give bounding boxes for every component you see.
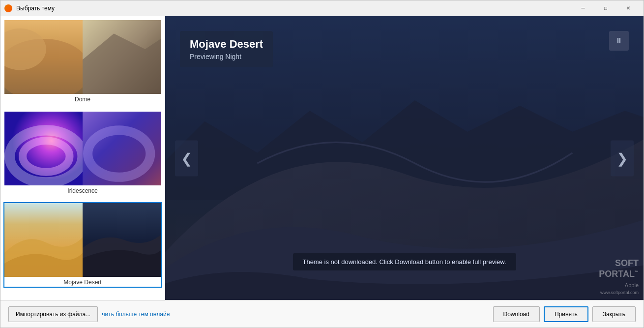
watermark-url: www.softportal.com: [599, 290, 639, 295]
mojave-thumbnail: [4, 203, 161, 277]
next-button[interactable]: ❯: [611, 140, 634, 176]
theme-sidebar: Dome: [0, 16, 165, 300]
app-window: Выбрать тему ─ □ ✕: [0, 0, 644, 328]
preview-title-sub: Previewing Night: [190, 53, 263, 60]
window-title: Выбрать тему: [16, 5, 572, 12]
app-icon: [4, 4, 12, 12]
iridescence-thumbnail-right: [83, 112, 161, 185]
iridescence-thumbnail-left: [4, 112, 83, 185]
watermark-portal-text: PORTAL™: [599, 269, 639, 279]
prev-button[interactable]: ❮: [175, 140, 198, 176]
online-themes-link[interactable]: чить больше тем онлайн: [102, 311, 170, 318]
theme-list: Dome: [0, 16, 165, 300]
import-button[interactable]: Импортировать из файла...: [8, 306, 98, 322]
iridescence-label: Iridescence: [4, 185, 161, 195]
mojave-label: Mojave Desert: [4, 277, 161, 287]
mojave-thumbnail-left: [4, 203, 83, 277]
bottom-bar-right: Download Принять Закрыть: [493, 306, 636, 322]
preview-area: Mojave Desert Previewing Night ⏸ ❮ ❯ The…: [165, 16, 644, 300]
window-controls: ─ □ ✕: [572, 0, 640, 16]
pause-button[interactable]: ⏸: [609, 31, 629, 51]
accept-button[interactable]: Принять: [544, 306, 588, 322]
theme-item-iridescence[interactable]: Iridescence: [4, 112, 161, 195]
download-notice: Theme is not downloaded. Click Download …: [293, 253, 516, 270]
theme-item-mojave[interactable]: Mojave Desert: [4, 203, 161, 287]
maximize-button[interactable]: □: [594, 0, 617, 16]
theme-item-dome[interactable]: Dome: [4, 20, 161, 104]
dome-thumbnail: [4, 20, 161, 94]
bottom-bar: Импортировать из файла... чить больше те…: [0, 300, 644, 328]
bottom-bar-left: Импортировать из файла... чить больше те…: [8, 306, 493, 322]
dome-thumbnail-right: [83, 20, 161, 94]
preview-title-card: Mojave Desert Previewing Night: [180, 31, 273, 67]
watermark-brand: Apple: [625, 282, 639, 288]
close-button[interactable]: ✕: [617, 0, 640, 16]
mojave-thumbnail-right: [83, 203, 161, 277]
dome-thumbnail-left: [4, 20, 83, 94]
watermark-text: SOFT PORTAL™ Apple: [599, 258, 639, 290]
title-bar: Выбрать тему ─ □ ✕: [0, 0, 644, 16]
main-content: Dome: [0, 16, 644, 300]
iridescence-thumbnail: [4, 112, 161, 185]
watermark-soft: SOFT: [615, 258, 639, 268]
download-button[interactable]: Download: [493, 306, 540, 322]
minimize-button[interactable]: ─: [572, 0, 594, 16]
preview-title-main: Mojave Desert: [190, 38, 263, 51]
pause-icon: ⏸: [615, 36, 623, 45]
watermark: SOFT PORTAL™ Apple www.softportal.com: [599, 258, 639, 295]
close-dialog-button[interactable]: Закрыть: [592, 306, 636, 322]
dome-label: Dome: [4, 94, 161, 104]
next-icon: ❯: [616, 150, 628, 166]
prev-icon: ❮: [181, 150, 192, 166]
